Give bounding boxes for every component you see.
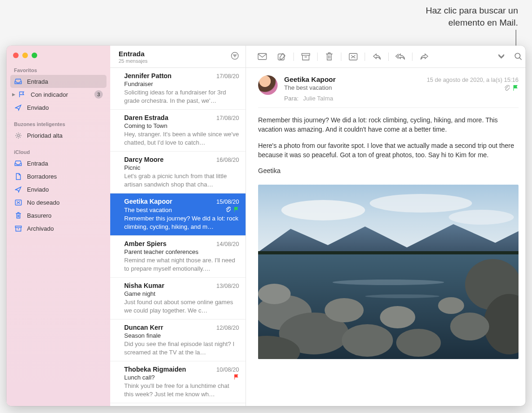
- message-preview: Remember this journey? We did a lot: roc…: [124, 214, 239, 231]
- message-sender: Daren Estrada: [124, 114, 168, 121]
- more-button[interactable]: [492, 50, 511, 64]
- to-label: Para:: [284, 95, 299, 102]
- compose-button[interactable]: [272, 50, 292, 64]
- sent-icon: [14, 186, 22, 193]
- junk-icon: [14, 200, 22, 206]
- svg-point-19: [380, 306, 415, 328]
- window-controls: [7, 51, 110, 65]
- message-sender: Thobeka Rigmaiden: [124, 366, 186, 373]
- message-preview: Hey, stranger. It's been a while since w…: [124, 130, 239, 147]
- message-subject: Lunch call?: [124, 374, 155, 381]
- attachment-icon: [225, 206, 231, 213]
- flag-icon: [512, 85, 519, 92]
- svg-rect-4: [258, 53, 266, 60]
- sidebar-item-borradores[interactable]: Borradores: [10, 170, 106, 183]
- archive-button[interactable]: [296, 50, 315, 64]
- section-favoritos-title: Favoritos: [7, 65, 110, 75]
- sidebar-item-entrada[interactable]: Entrada: [10, 75, 106, 88]
- reader-sender: Geetika Kapoor: [284, 75, 336, 83]
- message-preview: Let's grab a picnic lunch from that litt…: [124, 172, 239, 188]
- message-item[interactable]: Thobeka Rigmaiden10/08/20Lunch call?Thin…: [110, 361, 246, 403]
- message-sender: Geetika Kapoor: [124, 198, 172, 205]
- message-date: 14/08/20: [216, 241, 239, 247]
- sidebar-item-icloud-enviado[interactable]: Enviado: [10, 183, 106, 196]
- body-paragraph: Remember this journey? We did a lot: roc…: [258, 115, 519, 134]
- svg-point-24: [438, 297, 464, 314]
- message-sender: Duncan Kerr: [124, 324, 163, 331]
- flag-icon: [18, 91, 26, 98]
- forward-button[interactable]: [414, 50, 434, 64]
- sidebar-item-label: Entrada: [27, 160, 103, 167]
- unread-badge: 3: [94, 90, 103, 99]
- reader-pane: Geetika Kapoor 15 de agosto de 2020, a l…: [246, 46, 525, 406]
- svg-point-11: [370, 194, 472, 213]
- message-item[interactable]: Nisha Kumar13/08/20Game nightJust found …: [110, 278, 246, 320]
- message-item[interactable]: Amber Spiers14/08/20Parent teacher confe…: [110, 236, 246, 278]
- message-subject: Game night: [124, 290, 155, 297]
- svg-point-17: [325, 298, 364, 322]
- message-sender: Amber Spiers: [124, 240, 166, 247]
- sidebar-item-con-indicador[interactable]: ▶ Con indicador 3: [10, 88, 106, 101]
- filter-button[interactable]: [231, 52, 239, 62]
- sidebar-item-prioridad-alta[interactable]: Prioridad alta: [10, 129, 106, 142]
- toolbar-separator: [388, 53, 389, 61]
- message-item[interactable]: Jennifer Patton17/08/20FundraiserSolicit…: [110, 68, 246, 110]
- message-preview: Just found out about some online games w…: [124, 298, 239, 314]
- message-item[interactable]: Darcy Moore16/08/20PicnicLet's grab a pi…: [110, 152, 246, 193]
- message-item[interactable]: Geetika Kapoor15/08/20The best vacationR…: [110, 193, 246, 236]
- svg-point-27: [365, 294, 439, 298]
- reader-subject: The best vacation: [284, 84, 332, 92]
- sidebar-item-archivado[interactable]: Archivado: [10, 222, 106, 235]
- sidebar-item-basurero[interactable]: Basurero: [10, 209, 106, 222]
- mailbox-count: 25 mensajes: [119, 58, 147, 64]
- message-date: 10/08/20: [216, 366, 239, 373]
- inbox-icon: [14, 79, 22, 84]
- reply-button[interactable]: [367, 50, 386, 64]
- sidebar-item-label: Con indicador: [31, 91, 90, 98]
- document-icon: [14, 173, 22, 180]
- maximize-button[interactable]: [32, 53, 37, 58]
- toolbar-separator: [341, 53, 341, 61]
- junk-button[interactable]: [343, 50, 363, 64]
- attachment-icon: [504, 84, 510, 92]
- message-date: 15/08/20: [216, 199, 239, 205]
- sidebar-item-label: Basurero: [27, 212, 103, 219]
- message-item[interactable]: Duncan Kerr12/08/20Season finaleDid you …: [110, 320, 246, 361]
- message-date: 12/08/20: [216, 325, 239, 331]
- toolbar-separator: [412, 53, 412, 61]
- sidebar-item-icloud-entrada[interactable]: Entrada: [10, 157, 106, 170]
- message-preview: Soliciting ideas for a fundraiser for 3r…: [124, 88, 239, 105]
- message-subject: Fundraiser: [124, 80, 153, 87]
- message-item[interactable]: Daren Estrada17/08/20Coming to TownHey, …: [110, 110, 246, 152]
- toolbar-separator: [365, 53, 365, 61]
- mark-read-button[interactable]: [253, 50, 272, 64]
- toolbar: [246, 46, 525, 68]
- search-button[interactable]: [511, 50, 525, 64]
- minimize-button[interactable]: [22, 53, 28, 58]
- message-list[interactable]: Jennifer Patton17/08/20FundraiserSolicit…: [110, 68, 246, 403]
- reply-all-button[interactable]: [391, 50, 410, 64]
- sidebar-item-label: No deseado: [27, 199, 103, 206]
- svg-point-10: [281, 200, 365, 220]
- close-button[interactable]: [13, 53, 19, 58]
- section-icloud-title: iCloud: [7, 147, 110, 157]
- svg-point-18: [342, 324, 393, 357]
- message-date: 16/08/20: [216, 157, 239, 163]
- section-buzones-title: Buzones inteligentes: [7, 119, 110, 129]
- callout-line1: Haz clic para buscar un: [426, 5, 518, 17]
- divider: [258, 107, 519, 108]
- svg-point-15: [258, 284, 291, 304]
- disclosure-icon[interactable]: ▶: [12, 92, 16, 97]
- delete-button[interactable]: [319, 50, 339, 64]
- help-callout: Haz clic para buscar un elemento en Mail…: [426, 5, 518, 28]
- sidebar-item-label: Prioridad alta: [27, 132, 103, 139]
- trash-icon: [14, 212, 22, 219]
- message-subject: Season finale: [124, 332, 161, 339]
- reader-date: 15 de agosto de 2020, a la(s) 15:16: [427, 77, 519, 83]
- sidebar-item-no-deseado[interactable]: No deseado: [10, 196, 106, 209]
- flag-icon: [233, 206, 239, 213]
- sidebar-item-enviado[interactable]: Enviado: [10, 101, 106, 114]
- list-header: Entrada 25 mensajes: [110, 46, 246, 68]
- toolbar-separator: [317, 53, 318, 61]
- message-sender: Jennifer Patton: [124, 72, 172, 80]
